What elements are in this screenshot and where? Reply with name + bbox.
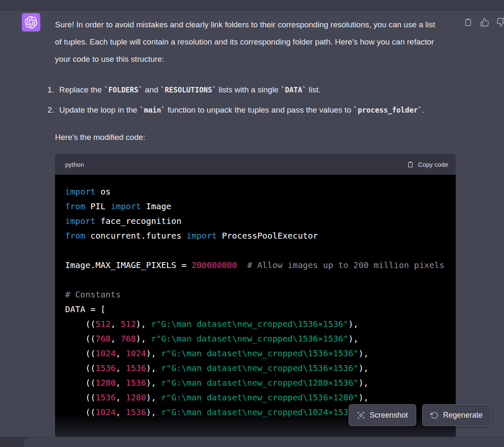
thumbs-down-button[interactable] — [496, 18, 504, 27]
message-paragraph: Sure! In order to avoid mistakes and cle… — [55, 16, 441, 68]
thumbs-down-icon — [496, 18, 504, 27]
code-language-label: python — [65, 161, 84, 168]
thumbs-up-button[interactable] — [480, 18, 489, 27]
clipboard-icon — [407, 161, 414, 168]
steps-list: 1.Replace the `FOLDERS` and `RESOLUTIONS… — [55, 81, 441, 119]
openai-logo-icon — [25, 16, 37, 29]
overlay-toolbar: Screenshot Regenerate — [349, 404, 491, 426]
previous-row-edge — [0, 0, 504, 11]
composer-area — [0, 437, 504, 447]
assistant-message: Sure! In order to avoid mistakes and cle… — [55, 16, 441, 436]
code-intro: Here's the modified code: — [55, 129, 441, 146]
copy-code-button[interactable]: Copy code — [407, 161, 448, 168]
list-item: 1.Replace the `FOLDERS` and `RESOLUTIONS… — [47, 81, 441, 99]
clipboard-icon — [464, 18, 473, 27]
regenerate-button[interactable]: Regenerate — [422, 404, 491, 426]
prompt-input[interactable] — [24, 438, 504, 447]
screenshot-button[interactable]: Screenshot — [349, 404, 416, 426]
message-actions — [464, 17, 504, 28]
code-block-header: python Copy code — [55, 154, 456, 175]
code-block: python Copy code import osfrom PIL impor… — [55, 154, 456, 436]
regenerate-icon — [430, 411, 438, 419]
copy-code-label: Copy code — [418, 161, 448, 168]
list-item: 2.Update the loop in the `main` function… — [47, 101, 441, 119]
thumbs-up-icon — [480, 18, 489, 27]
regenerate-button-label: Regenerate — [443, 411, 483, 420]
screenshot-button-label: Screenshot — [370, 411, 408, 420]
screenshot-icon — [357, 411, 365, 419]
assistant-avatar — [22, 13, 40, 32]
copy-message-button[interactable] — [464, 18, 473, 27]
code-content: import osfrom PIL import Imageimport fac… — [55, 175, 456, 436]
